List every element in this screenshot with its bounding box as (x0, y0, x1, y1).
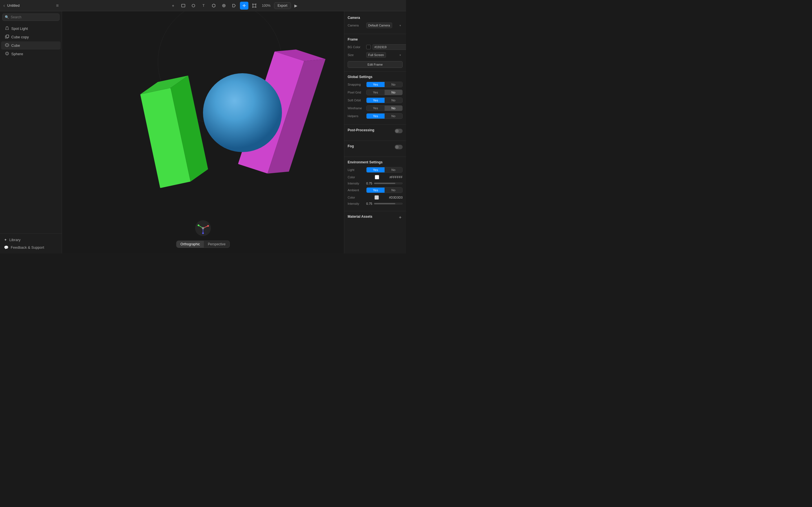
light-yes[interactable]: Yes (366, 167, 385, 172)
ambient-toggle: Yes No (366, 187, 403, 193)
snapping-no[interactable]: No (385, 82, 403, 87)
scene-item-cube[interactable]: Cube (1, 41, 61, 50)
helpers-row: Helpers Yes No (348, 113, 403, 119)
light-intensity-bar[interactable] (374, 182, 403, 184)
global-settings-title: Global Settings (348, 74, 403, 79)
scene-item-spotlight[interactable]: Spot Light (1, 24, 61, 33)
tool-rect[interactable] (179, 2, 188, 10)
play-button[interactable]: ▶ (293, 3, 299, 8)
tool-transform[interactable] (250, 2, 259, 10)
light-color-swatch[interactable] (375, 175, 379, 179)
wireframe-row: Wireframe Yes No (348, 105, 403, 111)
scene-item-sphere[interactable]: Sphere (1, 50, 61, 58)
tool-move[interactable]: ✛ (240, 2, 248, 10)
fog-toggle[interactable] (395, 145, 403, 149)
main-area: 🔍 Spot Light (0, 11, 406, 253)
library-item[interactable]: ✦ Library (1, 236, 61, 244)
camera-select-wrapper: Default Camera (366, 22, 403, 28)
post-processing-toggle[interactable] (395, 129, 403, 133)
frame-section-title: Frame (348, 36, 403, 41)
size-select[interactable]: Full Screen (366, 52, 386, 58)
search-bar[interactable]: 🔍 (2, 13, 59, 21)
svg-point-4 (223, 5, 224, 6)
sidebar-left: 🔍 Spot Light (0, 11, 62, 253)
snapping-row: Snapping Yes No (348, 82, 403, 87)
camera-select[interactable]: Default Camera (366, 22, 392, 28)
pixel-grid-yes[interactable]: Yes (366, 90, 385, 95)
helpers-yes[interactable]: Yes (366, 114, 385, 119)
nav-gizmo[interactable] (195, 220, 211, 237)
light-intensity-value: 0.75 (366, 182, 372, 185)
pixel-grid-no[interactable]: No (385, 90, 403, 95)
tool-circle[interactable] (189, 2, 198, 10)
svg-point-1 (192, 4, 195, 7)
svg-point-32 (202, 227, 204, 229)
bgcolor-row: BG Color 100% (348, 44, 403, 50)
svg-rect-5 (253, 4, 256, 7)
sidebar-bottom: ✦ Library 💬 Feedback & Support (0, 233, 62, 253)
material-assets-add-button[interactable]: + (398, 215, 403, 220)
library-icon: ✦ (4, 238, 7, 242)
light-no[interactable]: No (385, 167, 403, 172)
ambient-intensity-bar[interactable] (374, 203, 403, 205)
topbar: ‹ Untitled ≡ + T (0, 0, 406, 11)
menu-button[interactable]: ≡ (56, 3, 59, 8)
light-color-label: Color (348, 175, 364, 179)
soft-orbit-yes[interactable]: Yes (366, 98, 385, 103)
export-button[interactable]: Export (274, 2, 291, 9)
scene-item-label: Cube copy (11, 35, 29, 39)
scene-item-label: Cube (11, 43, 20, 48)
material-assets-title: Material Assets (348, 214, 372, 219)
ambient-color-value: #D3D3D3 (389, 196, 403, 199)
feedback-item[interactable]: 💬 Feedback & Support (1, 244, 61, 251)
ambient-color-swatch[interactable] (374, 195, 379, 200)
light-row: Light Yes No (348, 167, 403, 173)
tool-target[interactable] (220, 2, 228, 10)
ambient-color-row: Color #D3D3D3 (348, 195, 403, 200)
scene-items: Spot Light Cube copy (0, 23, 62, 233)
bgcolor-swatch[interactable] (366, 45, 371, 49)
ambient-row: Ambient Yes No (348, 187, 403, 193)
svg-rect-9 (255, 7, 256, 8)
app-title: Untitled (7, 3, 19, 8)
scene-item-label: Spot Light (11, 26, 28, 31)
svg-point-3 (222, 4, 225, 7)
material-assets-section: Material Assets + (344, 214, 406, 225)
tool-add[interactable]: + (169, 2, 177, 10)
ambient-no[interactable]: No (385, 187, 403, 193)
tool-tag[interactable] (230, 2, 238, 10)
light-toggle: Yes No (366, 167, 403, 173)
tool-hex[interactable] (209, 2, 218, 10)
tool-text[interactable]: T (199, 2, 208, 10)
fog-title: Fog (348, 143, 354, 148)
ambient-yes[interactable]: Yes (366, 187, 385, 193)
svg-point-16 (6, 52, 8, 55)
cube-icon (5, 43, 9, 48)
svg-rect-8 (252, 7, 253, 8)
scene-item-cube-copy[interactable]: Cube copy (1, 33, 61, 41)
light-label: Light (348, 168, 364, 172)
post-processing-section: Post-Processing (344, 127, 406, 141)
wireframe-no[interactable]: No (385, 106, 403, 111)
soft-orbit-no[interactable]: No (385, 98, 403, 103)
snapping-yes[interactable]: Yes (366, 82, 385, 87)
perspective-view-btn[interactable]: Perspective (204, 241, 230, 247)
wireframe-yes[interactable]: Yes (366, 106, 385, 111)
edit-frame-button[interactable]: Edit Frame (348, 61, 403, 68)
ambient-intensity-label: Intensity (348, 202, 364, 205)
sidebar-right: Camera Camera Default Camera Frame BG Co… (344, 11, 406, 253)
wireframe-toggle: Yes No (366, 105, 403, 111)
orthographic-view-btn[interactable]: Orthographic (176, 241, 204, 247)
camera-section: Camera Camera Default Camera (344, 15, 406, 34)
back-button[interactable]: ‹ (3, 3, 5, 8)
viewport[interactable]: Orthographic Perspective (62, 11, 344, 253)
light-color-value: #FFFFFF (390, 175, 403, 179)
scene-item-label: Sphere (11, 52, 23, 56)
view-toggle: Orthographic Perspective (176, 240, 230, 248)
helpers-no[interactable]: No (385, 114, 403, 119)
light-intensity-label: Intensity (348, 182, 364, 185)
library-label: Library (9, 238, 20, 242)
search-input[interactable] (11, 15, 57, 19)
bgcolor-input[interactable] (372, 44, 406, 50)
size-label: Size (348, 53, 364, 57)
